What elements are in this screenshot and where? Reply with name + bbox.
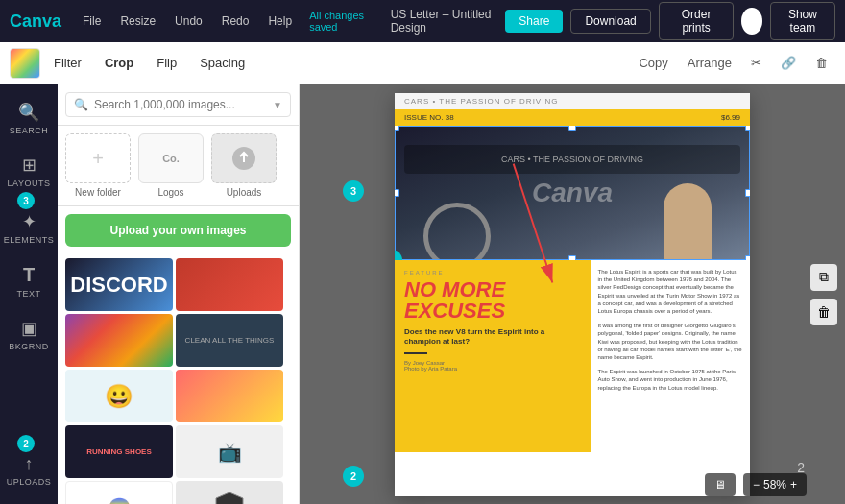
sidebar-item-search[interactable]: 🔍 SEARCH xyxy=(4,94,54,143)
list-item[interactable]: 😀 xyxy=(65,370,173,422)
filter-gradient-icon xyxy=(11,49,39,78)
body-text-2: It was among the first of designer Giorg… xyxy=(598,322,743,362)
list-item[interactable]: 😱 xyxy=(65,481,173,504)
body-text-1: The Lotus Espirit is a sports car that w… xyxy=(598,268,743,316)
uploads-icon: ↑ xyxy=(25,454,34,474)
avatar xyxy=(741,8,762,35)
list-item[interactable] xyxy=(176,370,283,422)
sidebar-label-text: TEXT xyxy=(16,289,40,299)
list-item[interactable] xyxy=(176,258,283,311)
logos-folder-item[interactable]: Co. Logos xyxy=(138,133,204,198)
uploads-folder-box xyxy=(211,133,277,183)
design-card: CARS • THE PASSION OF DRIVING ISSUE NO. … xyxy=(395,93,750,496)
link-icon[interactable]: 🔗 xyxy=(773,50,804,76)
magazine-top-bar: CARS • THE PASSION OF DRIVING xyxy=(395,93,750,109)
copy-text[interactable]: Copy xyxy=(631,50,675,76)
logos-folder-box: Co. xyxy=(138,133,204,183)
filter-button[interactable]: Filter xyxy=(44,50,91,76)
sidebar-item-layouts[interactable]: ⊞ LAYOUTS xyxy=(4,147,54,196)
layouts-icon: ⊞ xyxy=(22,155,36,176)
zoom-button[interactable]: − 58% + xyxy=(743,473,807,496)
download-button[interactable]: Download xyxy=(570,9,650,34)
feature-label: FEATURE xyxy=(404,270,581,276)
background-icon: ▣ xyxy=(21,318,37,339)
filter-icon-button[interactable] xyxy=(10,48,40,79)
search-icon-small: 🔍 xyxy=(74,98,88,111)
subheadline: Does the new V8 turn the Espirit into a … xyxy=(404,327,581,348)
crop-button[interactable]: Crop xyxy=(95,50,143,76)
magazine-car-image[interactable]: CARS • THE PASSION OF DRIVING Canva xyxy=(395,126,750,260)
sidebar-item-elements[interactable]: ✦ ELEMENTS xyxy=(4,204,54,252)
sidebar-label-layouts: LAYOUTS xyxy=(8,179,51,188)
list-item[interactable] xyxy=(65,314,173,367)
list-item[interactable]: 📺 xyxy=(176,425,283,478)
uploads-badge: 2 xyxy=(17,435,35,452)
list-item[interactable]: RUNNING SHOES xyxy=(65,425,173,478)
list-item[interactable]: G xyxy=(176,481,283,504)
new-folder-item[interactable]: + New folder xyxy=(65,133,131,198)
list-item[interactable]: DISCORD xyxy=(65,258,173,311)
magazine-yellow-bar: ISSUE NO. 38 $6.99 xyxy=(395,109,750,126)
menu-file[interactable]: File xyxy=(77,11,107,32)
search-bar: 🔍 ▼ xyxy=(58,84,299,126)
left-sidebar: 🔍 SEARCH ⊞ LAYOUTS 3 ✦ ELEMENTS T TEXT ▣… xyxy=(0,84,58,504)
uploads-folder-label: Uploads xyxy=(227,187,262,198)
search-icon: 🔍 xyxy=(18,102,39,123)
flip-button[interactable]: Flip xyxy=(147,50,186,76)
magazine-right-content: The Lotus Espirit is a sports car that w… xyxy=(591,260,751,452)
save-status: All changes saved xyxy=(309,10,375,33)
list-item[interactable]: CLEAN ALL THE THINGS xyxy=(176,314,283,367)
team-button[interactable]: Show team xyxy=(770,2,835,40)
menu-undo[interactable]: Undo xyxy=(169,11,208,32)
delete-icon[interactable]: 🗑 xyxy=(808,50,835,76)
new-folder-box: + xyxy=(65,133,131,183)
menu-redo[interactable]: Redo xyxy=(216,11,255,32)
canva-logo: Canva xyxy=(10,12,61,32)
main-layout: 🔍 SEARCH ⊞ LAYOUTS 3 ✦ ELEMENTS T TEXT ▣… xyxy=(0,84,845,504)
text-icon: T xyxy=(23,264,35,286)
monitor-button[interactable]: 🖥 xyxy=(705,473,736,496)
order-button[interactable]: Order prints xyxy=(659,2,735,40)
elements-icon: ✦ xyxy=(22,211,36,232)
shield-g-icon: G xyxy=(210,489,249,505)
elements-badge: 3 xyxy=(17,192,35,209)
headline: NO MORE EXCUSES xyxy=(404,279,581,322)
search-input-wrap[interactable]: 🔍 ▼ xyxy=(65,92,291,117)
sidebar-label-search: SEARCH xyxy=(10,126,49,135)
magazine-top-text: CARS • THE PASSION OF DRIVING xyxy=(404,97,558,106)
search-chevron-icon: ▼ xyxy=(273,100,282,110)
uploads-folder-item[interactable]: Uploads xyxy=(211,133,277,198)
sidebar-item-background[interactable]: ▣ BKGRND xyxy=(4,310,54,359)
magazine-left-content: FEATURE NO MORE EXCUSES Does the new V8 … xyxy=(395,260,591,452)
image-grid: DISCORD CLEAN ALL THE THINGS 😀 RUNNING S… xyxy=(58,254,299,504)
menu-help[interactable]: Help xyxy=(262,11,298,32)
scissors-icon[interactable]: ✂ xyxy=(743,50,769,76)
badge-3: 3 xyxy=(343,180,364,202)
photo-credit: Photo by Aria Patara xyxy=(404,366,581,372)
search-input[interactable] xyxy=(94,98,267,111)
copy-mini-button[interactable]: ⧉ xyxy=(810,264,837,291)
bottom-bar: 🖥 − 58% + xyxy=(705,473,807,496)
sidebar-label-bkgrnd: BKGRND xyxy=(9,342,49,351)
canvas-area[interactable]: CARS • THE PASSION OF DRIVING ISSUE NO. … xyxy=(300,84,845,504)
magazine-bottom: FEATURE NO MORE EXCUSES Does the new V8 … xyxy=(395,260,750,452)
spacing-button[interactable]: Spacing xyxy=(190,50,254,76)
right-mini-panel: ⧉ 🗑 xyxy=(810,264,837,325)
sidebar-item-uploads[interactable]: ↑ UPLOADS xyxy=(4,446,54,494)
share-button[interactable]: Share xyxy=(505,10,563,33)
image-grid-inner: DISCORD CLEAN ALL THE THINGS 😀 RUNNING S… xyxy=(65,258,291,504)
logos-folder-label: Logos xyxy=(157,187,183,198)
zoom-minus-icon: − xyxy=(753,478,760,492)
menu-resize[interactable]: Resize xyxy=(114,11,161,32)
top-bar: Canva File Resize Undo Redo Help All cha… xyxy=(0,0,845,42)
sidebar-label-elements: ELEMENTS xyxy=(4,235,55,245)
sidebar-label-uploads: UPLOADS xyxy=(7,477,52,487)
sidebar-item-text[interactable]: T TEXT xyxy=(4,256,54,306)
issue-label: ISSUE NO. 38 xyxy=(404,113,454,122)
arrange-text[interactable]: Arrange xyxy=(680,50,739,76)
zoom-plus-icon: + xyxy=(790,478,797,492)
delete-mini-button[interactable]: 🗑 xyxy=(810,299,837,325)
new-folder-label: New folder xyxy=(75,187,121,198)
upload-button[interactable]: Upload your own images xyxy=(65,214,291,247)
zoom-level: 58% xyxy=(763,478,786,492)
